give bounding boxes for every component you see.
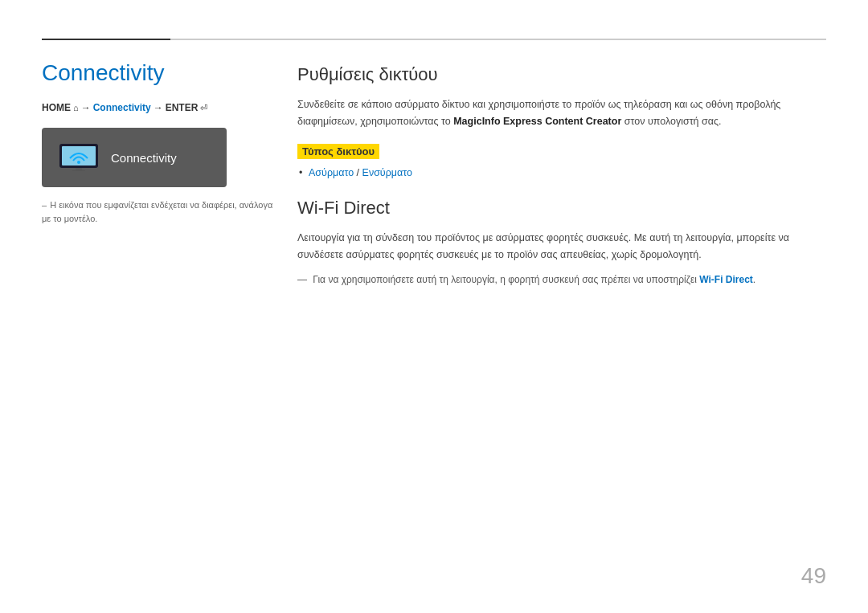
network-wireless-link: Ασύρματο bbox=[309, 167, 354, 178]
svg-point-4 bbox=[77, 161, 80, 164]
top-border-accent bbox=[42, 39, 170, 40]
connectivity-icon bbox=[58, 141, 100, 174]
enter-icon: ⏎ bbox=[200, 103, 207, 113]
network-desc-text-after: στον υπολογιστή σας. bbox=[621, 116, 721, 127]
breadcrumb-arrow-2: → bbox=[154, 102, 163, 113]
network-type-item: Ασύρματο / Ενσύρματο bbox=[309, 167, 826, 178]
page-number: 49 bbox=[801, 563, 826, 589]
home-icon: ⌂ bbox=[73, 103, 79, 112]
breadcrumb-enter: ENTER bbox=[166, 102, 199, 113]
breadcrumb-connectivity: Connectivity bbox=[93, 102, 151, 113]
wifi-section-title: Wi-Fi Direct bbox=[297, 198, 826, 219]
wifi-note-end: . bbox=[753, 274, 755, 285]
network-type-highlight: Τύπος δικτύου bbox=[297, 144, 379, 159]
breadcrumb-home: HOME bbox=[42, 102, 71, 113]
bullet-separator: / bbox=[354, 167, 362, 178]
network-section-title: Ρυθμίσεις δικτύου bbox=[297, 64, 826, 85]
network-section-desc: Συνδεθείτε σε κάποιο ασύρματο δίκτυο και… bbox=[297, 96, 826, 131]
wifi-section-desc: Λειτουργία για τη σύνδεση του προϊόντος … bbox=[297, 230, 826, 264]
network-type-list: Ασύρματο / Ενσύρματο bbox=[297, 167, 826, 178]
network-wired-link: Ενσύρματο bbox=[362, 167, 412, 178]
wifi-note: Για να χρησιμοποιήσετε αυτή τη λειτουργί… bbox=[297, 272, 826, 288]
page-title: Connectivity bbox=[42, 60, 275, 86]
left-panel: Connectivity HOME ⌂ → Connectivity → ENT… bbox=[42, 48, 275, 225]
wifi-note-link: Wi-Fi Direct bbox=[699, 274, 753, 285]
footnote: Η εικόνα που εμφανίζεται ενδέχεται να δι… bbox=[42, 198, 275, 225]
connectivity-box: Connectivity bbox=[42, 128, 227, 187]
breadcrumb: HOME ⌂ → Connectivity → ENTER ⏎ bbox=[42, 102, 275, 113]
connectivity-box-label: Connectivity bbox=[111, 151, 177, 165]
right-panel: Ρυθμίσεις δικτύου Συνδεθείτε σε κάποιο α… bbox=[297, 48, 826, 288]
wifi-note-text: Για να χρησιμοποιήσετε αυτή τη λειτουργί… bbox=[313, 274, 697, 285]
network-desc-bold: MagicInfo Express Content Creator bbox=[453, 116, 621, 127]
svg-rect-2 bbox=[76, 168, 82, 170]
svg-rect-3 bbox=[72, 170, 85, 171]
breadcrumb-arrow-1: → bbox=[81, 102, 91, 113]
